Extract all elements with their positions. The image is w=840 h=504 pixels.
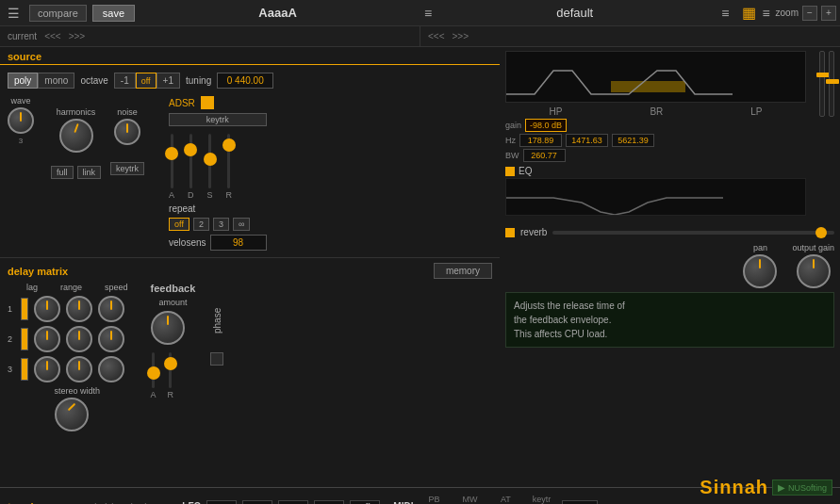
sustain-slider[interactable]	[208, 134, 211, 188]
compare-button[interactable]: compare	[29, 5, 87, 22]
hamburger-icon[interactable]: ☰	[4, 6, 24, 21]
lp-hz-value[interactable]: 5621.39	[612, 134, 654, 147]
poly-button[interactable]: poly	[8, 73, 38, 89]
at-label: AT	[501, 495, 511, 504]
source-section-label: source	[0, 47, 500, 65]
preset-menu-icon[interactable]: ≡	[424, 6, 432, 21]
nav-next-left[interactable]: >>>	[69, 31, 86, 41]
default-menu-icon[interactable]: ≡	[721, 6, 729, 21]
row-1-speed-knob[interactable]	[98, 296, 124, 322]
phase-toggle[interactable]	[210, 352, 223, 366]
keytrk2-button[interactable]: keytrk	[169, 113, 266, 126]
lfo-depth-value[interactable]: 0.00	[314, 500, 344, 505]
left-panel: source poly mono octave -1 off +1 tuning	[0, 47, 500, 487]
memory-button[interactable]: memory	[434, 263, 492, 279]
mono-button[interactable]: mono	[38, 73, 74, 89]
zoom-minus-button[interactable]: −	[802, 6, 817, 21]
repeat-inf-button[interactable]: ∞	[233, 218, 250, 231]
nav-next-right[interactable]: >>>	[453, 31, 469, 41]
color-icon[interactable]: ▦	[742, 4, 756, 22]
row-2-toggle[interactable]	[21, 328, 28, 350]
row-3-range-knob[interactable]	[66, 356, 92, 382]
velosens-value[interactable]: 98	[210, 235, 267, 251]
eq-toggle[interactable]	[505, 167, 515, 176]
row-3-lag-knob[interactable]	[34, 356, 60, 382]
oct-plus-button[interactable]: +1	[156, 73, 180, 89]
lp-label: LP	[750, 106, 762, 117]
info-line2: the feedback envelope.	[514, 313, 826, 327]
row-2-range-knob[interactable]	[66, 326, 92, 352]
wave-num: 3	[19, 137, 23, 145]
save-button[interactable]: save	[92, 5, 135, 22]
noise-knob[interactable]	[114, 119, 140, 145]
gain-label: gain	[505, 121, 521, 130]
keytrk-button[interactable]: keytrk	[110, 162, 144, 175]
bw-label: BW	[505, 151, 519, 160]
source-row1: poly mono octave -1 off +1 tuning 0 440.…	[8, 73, 492, 89]
reverb-thumb[interactable]	[815, 227, 827, 238]
oct-minus-button[interactable]: -1	[114, 73, 136, 89]
decay-slider[interactable]	[189, 134, 192, 188]
sustain-slider-col: S	[207, 134, 213, 200]
link-button[interactable]: link	[77, 166, 102, 179]
poly-mono-group: poly mono	[8, 73, 74, 89]
decay-slider-col: D	[188, 134, 194, 200]
last-value[interactable]: ↵ 0.00	[562, 500, 598, 505]
gain-value[interactable]: -98.0 dB	[525, 119, 567, 132]
lfo-type-value[interactable]: ∧	[206, 500, 237, 505]
bw-row: BW 260.77	[505, 149, 806, 162]
reverb-toggle[interactable]	[505, 228, 515, 237]
feedback-a-slider[interactable]	[152, 352, 155, 388]
stereo-width-knob[interactable]	[55, 398, 89, 431]
right-top-row: HP BR LP gain -98.0 dB Hz 178.89 1471.63	[505, 51, 834, 221]
wave-knob[interactable]: 3	[8, 107, 34, 134]
feedback-label: feedback	[151, 283, 196, 294]
oct-off-button[interactable]: off	[136, 73, 156, 89]
nav-prev-right[interactable]: <<<	[428, 31, 445, 41]
row-3-speed-knob[interactable]	[98, 356, 124, 382]
info-line1: Adjusts the release time of	[514, 299, 826, 313]
row-1-lag-knob[interactable]	[34, 296, 60, 322]
right-panel: HP BR LP gain -98.0 dB Hz 178.89 1471.63	[500, 47, 840, 487]
level-meter-right[interactable]	[829, 51, 834, 117]
row-3-toggle[interactable]	[21, 358, 28, 381]
feedback-r-label: R	[168, 390, 174, 399]
row-2-lag-knob[interactable]	[34, 326, 60, 352]
amount-knob[interactable]	[151, 311, 185, 345]
repeat-off-button[interactable]: off	[169, 218, 189, 231]
harmonics-knob[interactable]	[59, 119, 93, 153]
filter-curve-svg	[506, 52, 805, 102]
hp-label: HP	[549, 106, 562, 117]
list-icon[interactable]: ≡	[762, 6, 769, 21]
hp-hz-value[interactable]: 178.89	[519, 134, 562, 147]
repeat-3-button[interactable]: 3	[213, 218, 229, 231]
bw-value[interactable]: 260.77	[523, 149, 566, 162]
attack-label: A	[169, 190, 174, 200]
row-1-range-knob[interactable]	[66, 296, 92, 322]
pan-area: pan	[743, 243, 777, 288]
lfo-target-value[interactable]: off	[350, 500, 380, 505]
row-1-toggle[interactable]	[21, 298, 28, 320]
attack-slider[interactable]	[171, 134, 173, 188]
reverb-slider[interactable]	[552, 231, 834, 235]
zoom-area: zoom − +	[776, 6, 836, 21]
preset-name: AaaaA	[140, 6, 415, 20]
full-button[interactable]: full	[51, 166, 74, 179]
nav-prev-left[interactable]: <<<	[44, 31, 61, 41]
nusofting-text: NUSofting	[788, 483, 827, 493]
output-gain-knob[interactable]	[797, 254, 831, 288]
tuning-value[interactable]: 0 440.00	[217, 73, 273, 89]
zoom-plus-button[interactable]: +	[821, 6, 836, 21]
feedback-r-slider[interactable]	[169, 352, 172, 388]
lfo-speed-value[interactable]: 0.0	[242, 500, 272, 505]
repeat-2-button[interactable]: 2	[193, 218, 209, 231]
repeat-btn-row: off 2 3 ∞	[169, 218, 266, 231]
br-hz-value[interactable]: 1471.63	[566, 134, 608, 147]
release-slider[interactable]	[227, 134, 230, 188]
output-gain-label: output gain	[792, 243, 834, 252]
lfo-delay-value[interactable]: 0.00	[278, 500, 308, 505]
row-2-speed-knob[interactable]	[98, 326, 124, 352]
pan-knob[interactable]	[743, 254, 777, 288]
adsr-toggle[interactable]	[201, 96, 214, 109]
level-meter-left[interactable]	[819, 51, 825, 117]
